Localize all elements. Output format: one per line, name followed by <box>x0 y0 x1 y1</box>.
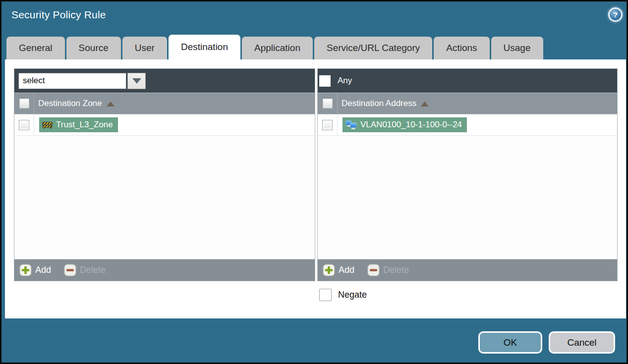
zone-panel-footer: Add Delete <box>14 259 315 281</box>
tab-service-url-category[interactable]: Service/URL Category <box>314 37 432 59</box>
any-label: Any <box>338 76 352 86</box>
help-glyph: ? <box>613 10 618 19</box>
tab-general[interactable]: General <box>6 37 65 59</box>
zone-row-checkbox-cell <box>14 114 34 135</box>
ok-button[interactable]: OK <box>478 331 542 354</box>
address-row-checkbox[interactable] <box>322 120 333 130</box>
zone-column-header[interactable]: Destination Zone <box>38 99 114 108</box>
chevron-down-icon <box>132 78 141 84</box>
tab-source[interactable]: Source <box>66 37 121 59</box>
address-item-chip[interactable]: VLAN0100_10-1-100-0--24 <box>343 117 467 132</box>
minus-icon <box>64 264 76 276</box>
tab-user[interactable]: User <box>122 37 167 59</box>
negate-option: Negate <box>319 289 367 301</box>
sort-ascending-icon <box>421 102 429 106</box>
help-icon[interactable]: ? <box>608 7 623 22</box>
zone-column-header-row: Destination Zone <box>14 93 315 114</box>
address-network-icon <box>345 120 357 130</box>
zone-item-label: Trust_L3_Zone <box>56 120 113 130</box>
destination-address-panel: Any Destination Address <box>317 68 618 281</box>
sort-ascending-icon <box>107 102 114 106</box>
address-delete-button[interactable]: Delete <box>367 264 409 276</box>
address-column-header-row: Destination Address <box>318 93 617 114</box>
zone-barricade-icon <box>42 121 53 129</box>
plus-icon <box>323 264 335 276</box>
table-row: Trust_L3_Zone <box>14 114 315 136</box>
tab-usage[interactable]: Usage <box>491 37 543 59</box>
negate-label: Negate <box>338 290 367 300</box>
zone-add-label: Add <box>35 265 51 275</box>
zone-select-all-cell <box>14 93 34 114</box>
tab-destination[interactable]: Destination <box>169 35 240 59</box>
zone-delete-label: Delete <box>80 265 106 275</box>
negate-checkbox[interactable] <box>319 289 332 301</box>
tab-bar: General Source User Destination Applicat… <box>6 35 543 59</box>
zone-filter-select[interactable]: select <box>18 73 126 89</box>
zone-add-button[interactable]: Add <box>19 264 51 276</box>
address-add-button[interactable]: Add <box>323 264 354 276</box>
cancel-button[interactable]: Cancel <box>549 331 615 354</box>
address-select-all-checkbox[interactable] <box>323 99 333 108</box>
zone-row-checkbox[interactable] <box>19 120 29 130</box>
address-add-label: Add <box>339 265 354 275</box>
address-column-header-label: Destination Address <box>342 99 416 108</box>
address-delete-label: Delete <box>383 265 409 275</box>
dialog-title: Security Policy Rule <box>11 9 106 21</box>
address-column-header[interactable]: Destination Address <box>342 99 429 108</box>
address-row-checkbox-cell <box>318 114 338 135</box>
address-rows-area: VLAN0100_10-1-100-0--24 <box>318 114 617 259</box>
security-policy-rule-dialog: Security Policy Rule ? General Source Us… <box>0 0 628 364</box>
tab-actions[interactable]: Actions <box>434 37 489 59</box>
zone-filter-dropdown-button[interactable] <box>127 73 146 89</box>
address-select-all-cell <box>318 93 338 114</box>
zone-panel-header: select <box>14 69 315 93</box>
address-panel-footer: Add Delete <box>318 259 617 281</box>
minus-icon <box>367 264 380 276</box>
destination-tab-content: select Destination Zone <box>5 59 626 318</box>
zone-delete-button[interactable]: Delete <box>64 264 106 276</box>
zone-select-all-checkbox[interactable] <box>19 99 29 108</box>
tab-application[interactable]: Application <box>242 37 313 59</box>
table-row: VLAN0100_10-1-100-0--24 <box>318 114 617 136</box>
any-checkbox[interactable] <box>319 75 331 87</box>
address-item-label: VLAN0100_10-1-100-0--24 <box>360 120 462 130</box>
zone-column-header-label: Destination Zone <box>38 99 102 108</box>
destination-zone-panel: select Destination Zone <box>14 68 315 281</box>
address-panel-header: Any <box>318 69 617 93</box>
zone-item-chip[interactable]: Trust_L3_Zone <box>39 117 118 132</box>
plus-icon <box>19 264 32 276</box>
zone-rows-area: Trust_L3_Zone <box>14 114 315 259</box>
